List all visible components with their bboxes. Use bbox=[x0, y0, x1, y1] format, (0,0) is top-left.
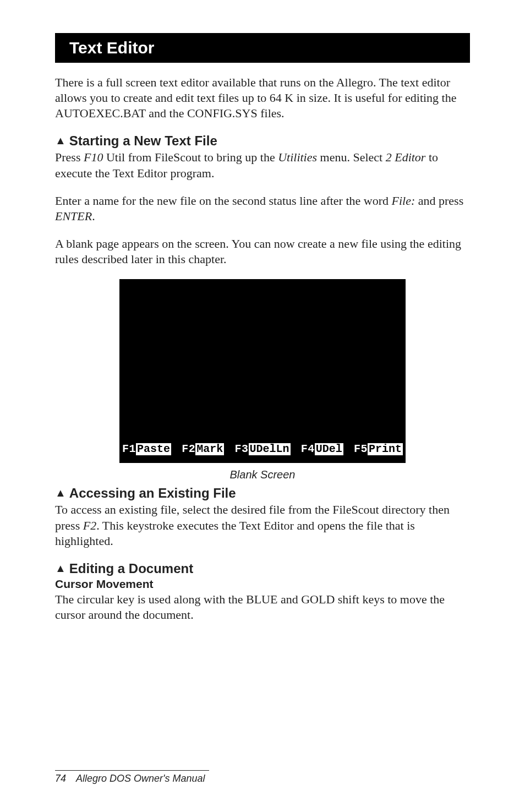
text: Util from FileScout to bring up the bbox=[103, 150, 278, 164]
page-footer: 74Allegro DOS Owner's Manual bbox=[55, 770, 209, 784]
accessing-p: To access an existing file, select the d… bbox=[55, 502, 470, 548]
page-number: 74 bbox=[55, 773, 66, 784]
menu-name: Utilities bbox=[278, 150, 317, 164]
manual-title: Allegro DOS Owner's Manual bbox=[76, 773, 205, 784]
page: Text Editor There is a full screen text … bbox=[0, 0, 525, 812]
fkey-f1: F1 bbox=[122, 443, 136, 455]
editing-p: The circular key is used along with the … bbox=[55, 592, 470, 623]
intro-paragraph: There is a full screen text editor avail… bbox=[55, 75, 470, 121]
text: Press bbox=[55, 150, 84, 164]
subhead-starting: ▲Starting a New Text File bbox=[55, 133, 470, 149]
subhead-editing-text: Editing a Document bbox=[69, 561, 193, 576]
triangle-icon: ▲ bbox=[55, 487, 66, 499]
text: and press bbox=[415, 194, 463, 208]
subhead-editing: ▲Editing a Document bbox=[55, 561, 470, 576]
text: Enter a name for the new file on the sec… bbox=[55, 194, 392, 208]
keystroke-enter: ENTER bbox=[55, 209, 92, 223]
triangle-icon: ▲ bbox=[55, 134, 66, 147]
minor-head-cursor: Cursor Movement bbox=[55, 577, 470, 591]
fkey-f3-label: UDelLn bbox=[249, 443, 291, 455]
menu-item: 2 Editor bbox=[386, 150, 426, 164]
text: . This keystroke executes the Text Edito… bbox=[55, 519, 415, 548]
fkey-f1-label: Paste bbox=[136, 443, 171, 455]
subhead-starting-text: Starting a New Text File bbox=[69, 133, 217, 148]
field-label: File: bbox=[392, 194, 415, 208]
fkey-f2-label: Mark bbox=[195, 443, 224, 455]
subhead-accessing-text: Accessing an Existing File bbox=[69, 486, 236, 500]
figure-blank-screen: F1Paste F2Mark F3UDelLn F4UDel F5Print B… bbox=[55, 279, 470, 481]
triangle-icon: ▲ bbox=[55, 562, 66, 575]
fkey-f4: F4 bbox=[301, 443, 315, 455]
keystroke-f10: F10 bbox=[84, 150, 103, 164]
fkey-f3: F3 bbox=[234, 443, 248, 455]
fkey-f5-label: Print bbox=[368, 443, 403, 455]
figure-caption: Blank Screen bbox=[55, 468, 470, 481]
function-key-bar: F1Paste F2Mark F3UDelLn F4UDel F5Print bbox=[119, 443, 406, 455]
text: . bbox=[92, 209, 95, 223]
keystroke-f2: F2 bbox=[83, 519, 96, 532]
starting-p1: Press F10 Util from FileScout to bring u… bbox=[55, 150, 470, 181]
fkey-f4-label: UDel bbox=[315, 443, 343, 455]
fkey-f2: F2 bbox=[182, 443, 195, 455]
starting-p2: Enter a name for the new file on the sec… bbox=[55, 193, 470, 224]
starting-p3: A blank page appears on the screen. You … bbox=[55, 236, 470, 267]
footer-rule bbox=[55, 770, 209, 771]
section-header: Text Editor bbox=[55, 33, 470, 63]
fkey-f5: F5 bbox=[354, 443, 368, 455]
editor-screenshot: F1Paste F2Mark F3UDelLn F4UDel F5Print bbox=[119, 279, 406, 463]
subhead-accessing: ▲Accessing an Existing File bbox=[55, 486, 470, 501]
text: menu. Select bbox=[317, 150, 386, 164]
